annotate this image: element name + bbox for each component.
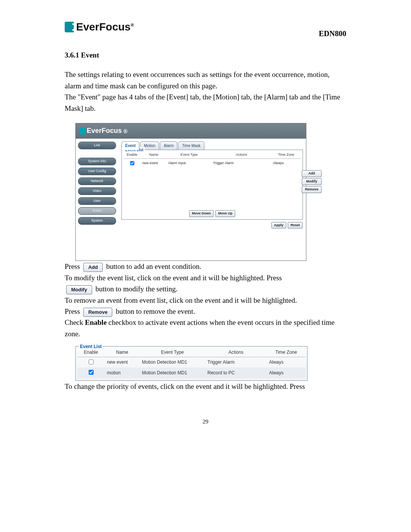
sidebar-item-system[interactable]: System (78, 217, 116, 225)
app-brand-text: EverFocus (87, 126, 122, 136)
inline-add-button: Add (83, 263, 103, 272)
page-header: EverFocus® EDN800 (65, 21, 346, 38)
apply-reset-row: Apply Reset (121, 222, 303, 229)
tab-time-mask[interactable]: Time Mask (178, 141, 204, 150)
event-list-table: Enable Name Event Type Actions Time Zone (123, 152, 301, 168)
tab-alarm[interactable]: Alarm (160, 141, 177, 150)
sidebar-item-live[interactable]: Live (78, 142, 116, 149)
page-number: 29 (0, 419, 411, 425)
sidebar-item-system-info[interactable]: System Info (78, 158, 116, 165)
remove-instruction-2: Press Remove button to remove the event. (65, 306, 346, 317)
sidebar-item-event[interactable]: Event (78, 207, 116, 215)
cell-actions: Trigger Alarm (212, 158, 271, 168)
tab-bar: Event Motion Alarm Time Mask (121, 141, 303, 150)
logo-icon (65, 22, 74, 32)
event-page-screenshot: EverFocus® Live System Info User Config … (75, 123, 306, 261)
priority-instruction: To change the priority of events, click … (65, 381, 346, 392)
sidebar-item-network[interactable]: Network (78, 177, 116, 185)
reset-button[interactable]: Reset (288, 222, 303, 229)
event-row[interactable]: new event Motion Detection MD1 Trigger A… (77, 357, 306, 367)
event-list2-table: Enable Name Event Type Actions Time Zone… (77, 348, 306, 378)
col2-event-type: Event Type (140, 348, 205, 357)
main-panel: Event Motion Alarm Time Mask Event List … (118, 139, 306, 260)
tab-event[interactable]: Event (121, 141, 139, 150)
cell-time-zone: Always (267, 357, 306, 367)
modify-instruction-1: To modify the event list, click on the e… (65, 272, 346, 283)
app-logo-icon (80, 128, 85, 134)
remove-instruction-1: To remove an event from event list, clic… (65, 295, 346, 306)
sidebar-item-user[interactable]: User (78, 197, 116, 205)
cell-name: new event (105, 357, 140, 367)
model-label: EDN800 (319, 29, 346, 38)
modify-instruction-2: Modify button to modify the setting. (65, 283, 346, 294)
brand-text: EverFocus® (76, 21, 134, 33)
apply-button[interactable]: Apply (271, 222, 286, 229)
cell-time-zone: Always (267, 367, 306, 378)
reorder-buttons: Move Down Move Up (123, 210, 301, 219)
move-down-button[interactable]: Move Down (189, 210, 213, 217)
event-list-example: Event List Enable Name Event Type Action… (75, 346, 307, 381)
cell-name: motion (105, 367, 140, 378)
cell-actions: Record to PC (205, 367, 267, 378)
col-actions: Actions (212, 152, 271, 158)
enable-checkbox[interactable] (89, 370, 94, 375)
event-list-fieldset: Event List Enable Name Event Type Action… (121, 150, 303, 220)
col2-actions: Actions (205, 348, 267, 357)
move-up-button[interactable]: Move Up (215, 210, 235, 217)
remove-button[interactable]: Remove (302, 186, 322, 193)
add-instruction: Press Add button to add an event conditi… (65, 261, 346, 272)
sidebar-item-user-config[interactable]: User Config (78, 168, 116, 175)
add-button[interactable]: Add (302, 170, 322, 177)
brand-logo: EverFocus® (65, 21, 346, 33)
cell-event-type: Motion Detection MD1 (140, 367, 205, 378)
enable-checkbox[interactable] (89, 359, 94, 364)
col2-name: Name (105, 348, 140, 357)
cell-event-type: Alarm Input (167, 158, 212, 168)
sidebar-item-video[interactable]: Video (78, 187, 116, 195)
app-brand-logo: EverFocus® (80, 126, 127, 136)
enable-checkbox[interactable] (130, 161, 134, 165)
col-event-type: Event Type (167, 152, 212, 158)
inline-modify-button: Modify (66, 285, 92, 294)
event-row[interactable]: new event Alarm Input Trigger Alarm Alwa… (123, 158, 301, 168)
col-name: Name (141, 152, 167, 158)
enable-instruction: Check Enable checkbox to activate event … (65, 317, 346, 339)
app-title-bar: EverFocus® (76, 123, 306, 139)
modify-button[interactable]: Modify (302, 178, 322, 185)
intro-paragraph-1: The settings relating to event occurrenc… (65, 69, 346, 91)
event-list2-legend: Event List (79, 343, 103, 350)
event-row[interactable]: motion Motion Detection MD1 Record to PC… (77, 367, 306, 378)
cell-actions: Trigger Alarm (205, 357, 267, 367)
col-time-zone: Time Zone (271, 152, 301, 158)
intro-paragraph-2: The "Event" page has 4 tabs of the [Even… (65, 91, 346, 114)
col2-time-zone: Time Zone (267, 348, 306, 357)
inline-remove-button: Remove (83, 308, 113, 317)
sidebar: Live System Info User Config Network Vid… (76, 139, 118, 260)
event-list-action-buttons: Add Modify Remove (301, 170, 322, 193)
section-heading: 3.6.1 Event (65, 50, 346, 61)
cell-name: new event (141, 158, 167, 168)
cell-time-zone: Always (271, 158, 301, 168)
cell-event-type: Motion Detection MD1 (140, 357, 205, 367)
